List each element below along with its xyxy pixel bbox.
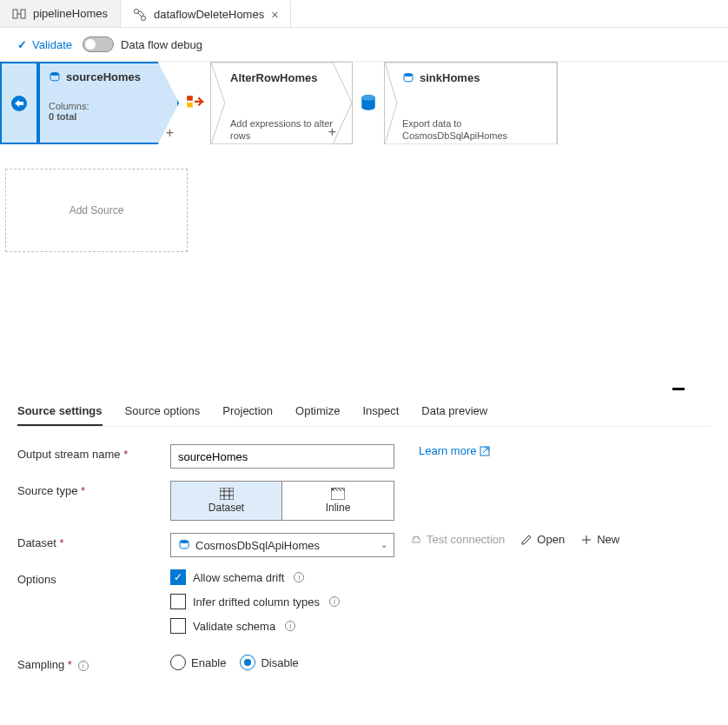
plug-icon — [410, 534, 422, 546]
tab-source-settings[interactable]: Source settings — [17, 404, 103, 426]
plus-icon — [580, 534, 592, 546]
node-alterrow-title: AlterRowHomes — [230, 71, 317, 84]
source-connector-icon — [10, 95, 28, 112]
svg-point-3 — [135, 9, 139, 13]
pipeline-icon — [12, 7, 26, 21]
tab-label: dataflowDeleteHomes — [154, 8, 264, 21]
tab-data-preview[interactable]: Data preview — [421, 404, 487, 426]
debug-label: Data flow debug — [121, 38, 202, 51]
flow-canvas: sourceHomes Columns: 0 total + AlterRowH… — [0, 62, 728, 392]
validate-button[interactable]: ✓ Validate — [17, 38, 72, 51]
toggle-switch[interactable] — [83, 37, 114, 52]
settings-panel: Source settings Source options Projectio… — [0, 392, 728, 709]
debug-toggle: Data flow debug — [83, 37, 202, 52]
alterrow-icon — [185, 94, 204, 113]
tab-pipeline[interactable]: pipelineHomes — [0, 0, 121, 27]
svg-rect-1 — [21, 10, 25, 18]
datasource-icon — [402, 72, 414, 84]
database-icon — [359, 94, 378, 113]
alterrow-connector — [179, 62, 210, 144]
info-icon[interactable]: i — [78, 661, 89, 671]
dataset-label: Dataset * — [17, 533, 170, 549]
open-button[interactable]: Open — [520, 533, 565, 546]
dataset-select[interactable]: CosmosDbSqlApiHomes ⌄ — [170, 533, 394, 557]
info-icon[interactable]: i — [329, 596, 340, 607]
source-type-dataset[interactable]: Dataset — [171, 482, 282, 520]
add-step-icon[interactable]: + — [328, 124, 336, 140]
tab-inspect[interactable]: Inspect — [362, 404, 399, 426]
datasource-icon — [49, 71, 61, 83]
svg-rect-0 — [13, 10, 17, 18]
source-type-label: Source type * — [17, 481, 170, 497]
add-source-button[interactable]: Add Source — [5, 169, 188, 252]
learn-more-link[interactable]: Learn more — [419, 444, 490, 457]
tab-projection[interactable]: Projection — [222, 404, 273, 426]
new-button[interactable]: New — [580, 533, 619, 546]
source-type-group: Dataset Inline — [170, 481, 394, 521]
tab-source-options[interactable]: Source options — [125, 404, 201, 426]
svg-point-6 — [50, 72, 59, 76]
sampling-enable-radio[interactable]: Enable — [170, 655, 226, 670]
datasource-icon — [178, 539, 190, 551]
dataset-actions: Test connection Open New — [410, 533, 619, 546]
node-alterrow-desc: Add expressions to alter rows — [230, 117, 341, 143]
node-alterrow[interactable]: AlterRowHomes Add expressions to alter r… — [210, 62, 353, 144]
resize-handle[interactable] — [672, 388, 685, 390]
dataset-value: CosmosDbSqlApiHomes — [195, 539, 320, 552]
svg-rect-7 — [187, 96, 193, 101]
svg-point-4 — [142, 16, 146, 20]
checkmark-icon: ✓ — [17, 38, 27, 51]
test-connection-button[interactable]: Test connection — [410, 533, 505, 546]
info-icon[interactable]: i — [294, 572, 304, 582]
svg-rect-8 — [187, 102, 193, 107]
external-link-icon — [480, 446, 490, 456]
tab-dataflow[interactable]: dataflowDeleteHomes × — [121, 0, 291, 27]
add-step-icon[interactable]: + — [166, 125, 174, 141]
node-source-columns-label: Columns: — [49, 101, 169, 111]
dataflow-icon — [133, 8, 147, 22]
dataset-icon — [220, 488, 234, 500]
validate-label: Validate — [32, 38, 72, 51]
info-icon[interactable]: i — [285, 621, 295, 631]
validate-schema-label: Validate schema — [193, 620, 275, 633]
allow-schema-drift-label: Allow schema drift — [193, 571, 284, 584]
panel-tabs: Source settings Source options Projectio… — [17, 404, 711, 427]
tab-optimize[interactable]: Optimize — [295, 404, 340, 426]
node-sink-desc: Export data to CosmosDbSqlApiHomes — [402, 117, 546, 143]
add-source-label: Add Source — [69, 204, 124, 216]
document-tabs: pipelineHomes dataflowDeleteHomes × — [0, 0, 728, 28]
close-icon[interactable]: × — [271, 8, 278, 22]
source-handle-box[interactable] — [0, 62, 38, 144]
output-stream-label: Output stream name * — [17, 444, 170, 461]
svg-point-11 — [361, 95, 374, 101]
toolbar: ✓ Validate Data flow debug — [0, 28, 728, 62]
svg-rect-15 — [220, 488, 234, 500]
svg-point-21 — [180, 540, 189, 543]
infer-types-checkbox[interactable] — [170, 594, 186, 609]
infer-types-label: Infer drifted column types — [193, 595, 320, 609]
node-sink-title: sinkHomes — [420, 71, 480, 84]
options-label: Options — [17, 569, 170, 586]
sampling-disable-radio[interactable]: Disable — [240, 655, 298, 670]
chevron-down-icon: ⌄ — [381, 540, 387, 549]
validate-schema-checkbox[interactable] — [170, 618, 186, 634]
pencil-icon — [520, 534, 533, 546]
svg-point-13 — [404, 73, 413, 76]
inline-icon — [331, 488, 345, 500]
allow-schema-drift-checkbox[interactable]: ✓ — [170, 569, 186, 585]
node-source-columns-count: 0 total — [49, 111, 169, 122]
tab-label: pipelineHomes — [33, 7, 108, 20]
node-source-title: sourceHomes — [66, 70, 141, 83]
source-type-inline[interactable]: Inline — [282, 482, 394, 520]
node-sink[interactable]: sinkHomes Export data to CosmosDbSqlApiH… — [384, 62, 558, 144]
output-stream-input[interactable] — [170, 444, 394, 469]
node-source[interactable]: sourceHomes Columns: 0 total + — [38, 62, 179, 144]
sink-connector — [353, 62, 384, 144]
sampling-label: Sampling * i — [17, 655, 170, 671]
